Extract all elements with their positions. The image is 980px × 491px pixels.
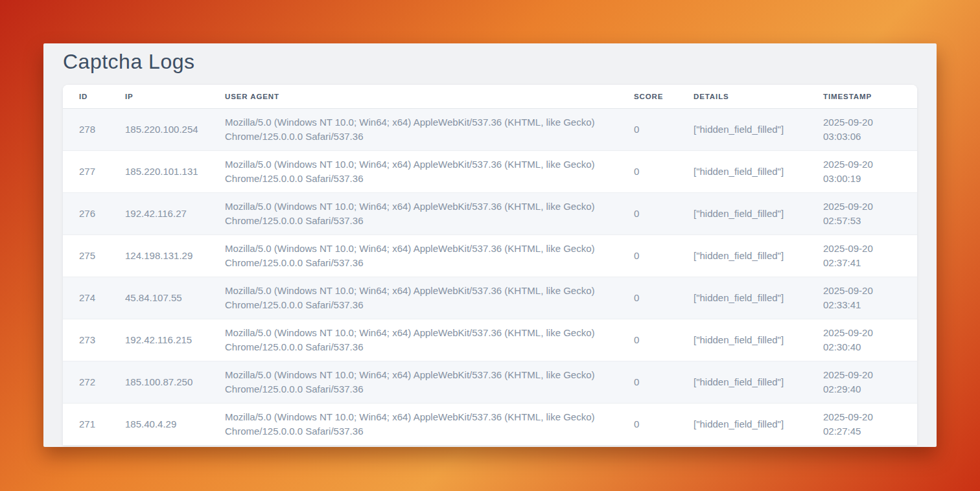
cell-timestamp: 2025-09-20 02:57:53 <box>807 192 917 234</box>
cell-score: 0 <box>618 150 677 192</box>
cell-score: 0 <box>618 319 677 361</box>
cell-id: 275 <box>63 234 109 277</box>
logs-table-header: ID IP USER AGENT SCORE DETAILS TIMESTAMP <box>63 85 917 109</box>
table-row: 275 124.198.131.29 Mozilla/5.0 (Windows … <box>63 234 917 277</box>
cell-score: 0 <box>618 192 677 234</box>
cell-details: ["hidden_field_filled"] <box>677 277 807 319</box>
cell-details: ["hidden_field_filled"] <box>677 234 807 277</box>
cell-score: 0 <box>618 108 677 150</box>
cell-id: 272 <box>63 361 109 403</box>
cell-ip: 185.220.101.131 <box>109 150 209 192</box>
captcha-logs-card: Captcha Logs ID IP USER AGENT SCORE <box>43 43 937 447</box>
cell-timestamp: 2025-09-20 02:27:45 <box>807 403 917 445</box>
table-row: 273 192.42.116.215 Mozilla/5.0 (Windows … <box>63 319 917 361</box>
cell-ip: 192.42.116.27 <box>109 192 209 234</box>
cell-user-agent: Mozilla/5.0 (Windows NT 10.0; Win64; x64… <box>209 319 618 361</box>
table-row: 272 185.100.87.250 Mozilla/5.0 (Windows … <box>63 361 917 403</box>
page-background: Captcha Logs ID IP USER AGENT SCORE <box>0 0 980 491</box>
cell-ip: 185.220.100.254 <box>109 108 209 150</box>
cell-user-agent: Mozilla/5.0 (Windows NT 10.0; Win64; x64… <box>209 361 618 403</box>
cell-id: 278 <box>63 108 109 150</box>
table-row: 277 185.220.101.131 Mozilla/5.0 (Windows… <box>63 150 917 192</box>
column-header-timestamp: TIMESTAMP <box>807 85 917 109</box>
cell-timestamp: 2025-09-20 03:00:19 <box>807 150 917 192</box>
cell-id: 277 <box>63 150 109 192</box>
column-header-score: SCORE <box>618 85 677 109</box>
cell-user-agent: Mozilla/5.0 (Windows NT 10.0; Win64; x64… <box>209 234 618 277</box>
table-row: 274 45.84.107.55 Mozilla/5.0 (Windows NT… <box>63 277 917 319</box>
cell-timestamp: 2025-09-20 02:33:41 <box>807 277 917 319</box>
cell-ip: 185.100.87.250 <box>109 361 209 403</box>
cell-user-agent: Mozilla/5.0 (Windows NT 10.0; Win64; x64… <box>209 192 618 234</box>
cell-score: 0 <box>618 403 677 445</box>
cell-ip: 185.40.4.29 <box>109 403 209 445</box>
cell-ip: 45.84.107.55 <box>109 277 209 319</box>
cell-details: ["hidden_field_filled"] <box>677 192 807 234</box>
cell-id: 271 <box>63 403 109 445</box>
cell-user-agent: Mozilla/5.0 (Windows NT 10.0; Win64; x64… <box>209 108 618 150</box>
logs-table-body: 278 185.220.100.254 Mozilla/5.0 (Windows… <box>63 108 917 445</box>
cell-score: 0 <box>618 234 677 277</box>
cell-id: 274 <box>63 277 109 319</box>
table-row: 278 185.220.100.254 Mozilla/5.0 (Windows… <box>63 108 917 150</box>
cell-user-agent: Mozilla/5.0 (Windows NT 10.0; Win64; x64… <box>209 150 618 192</box>
column-header-id: ID <box>63 85 109 109</box>
cell-details: ["hidden_field_filled"] <box>677 403 807 445</box>
logs-table: ID IP USER AGENT SCORE DETAILS TIMESTAMP… <box>63 85 917 446</box>
column-header-details: DETAILS <box>677 85 807 109</box>
logs-table-container: ID IP USER AGENT SCORE DETAILS TIMESTAMP… <box>63 85 917 446</box>
cell-details: ["hidden_field_filled"] <box>677 319 807 361</box>
column-header-user-agent: USER AGENT <box>209 85 618 109</box>
table-row: 271 185.40.4.29 Mozilla/5.0 (Windows NT … <box>63 403 917 445</box>
cell-ip: 192.42.116.215 <box>109 319 209 361</box>
column-header-ip: IP <box>109 85 209 109</box>
cell-details: ["hidden_field_filled"] <box>677 108 807 150</box>
cell-timestamp: 2025-09-20 02:29:40 <box>807 361 917 403</box>
cell-details: ["hidden_field_filled"] <box>677 361 807 403</box>
cell-score: 0 <box>618 361 677 403</box>
cell-ip: 124.198.131.29 <box>109 234 209 277</box>
cell-timestamp: 2025-09-20 03:03:06 <box>807 108 917 150</box>
cell-timestamp: 2025-09-20 02:37:41 <box>807 234 917 277</box>
cell-timestamp: 2025-09-20 02:30:40 <box>807 319 917 361</box>
cell-score: 0 <box>618 277 677 319</box>
cell-id: 273 <box>63 319 109 361</box>
cell-user-agent: Mozilla/5.0 (Windows NT 10.0; Win64; x64… <box>209 403 618 445</box>
table-row: 276 192.42.116.27 Mozilla/5.0 (Windows N… <box>63 192 917 234</box>
cell-details: ["hidden_field_filled"] <box>677 150 807 192</box>
page-title: Captcha Logs <box>63 50 917 74</box>
cell-id: 276 <box>63 192 109 234</box>
cell-user-agent: Mozilla/5.0 (Windows NT 10.0; Win64; x64… <box>209 277 618 319</box>
header-row: ID IP USER AGENT SCORE DETAILS TIMESTAMP <box>63 85 917 109</box>
